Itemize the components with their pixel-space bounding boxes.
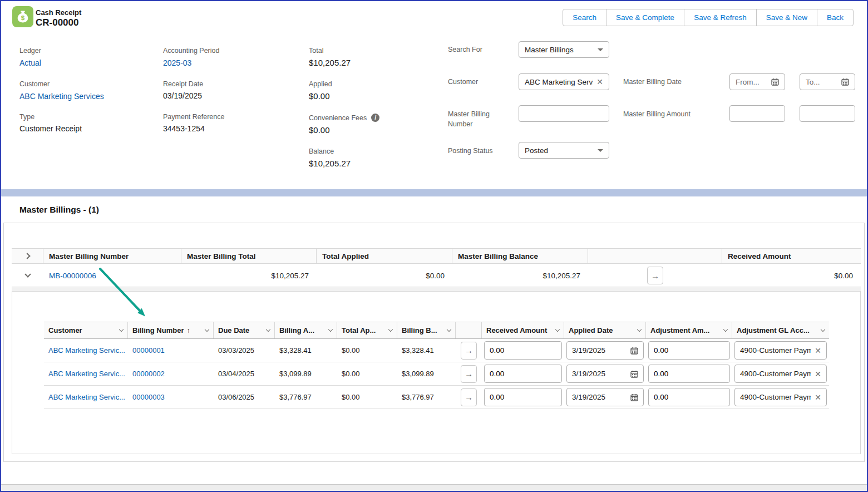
accounting-period-link[interactable]: 2025-03 xyxy=(163,58,191,67)
master-billing-row: MB-00000006 $10,205.27 $0.00 $10,205.27 … xyxy=(12,264,861,287)
chevron-down-icon[interactable] xyxy=(637,327,642,332)
collapse-row-cell[interactable] xyxy=(12,264,43,287)
received-amount-input-box xyxy=(484,365,562,383)
received-amount-input[interactable] xyxy=(490,393,556,401)
master-billing-number-link[interactable]: MB-00000006 xyxy=(49,272,96,280)
master-billing-date-label: Master Billing Date xyxy=(623,77,682,87)
received-amount-input-box xyxy=(484,341,562,360)
col-billing-balance[interactable]: Billing B... xyxy=(397,322,456,338)
posting-status-label: Posting Status xyxy=(448,146,493,156)
apply-arrow-button[interactable]: → xyxy=(461,342,477,360)
applied-date-input-box: 3/19/2025 xyxy=(566,341,644,360)
calendar-icon[interactable] xyxy=(630,347,638,355)
amount-to-box xyxy=(800,105,855,122)
col-blank xyxy=(588,249,722,263)
apply-arrow-button[interactable]: → xyxy=(461,365,477,383)
posting-status-dropdown[interactable]: Posted xyxy=(519,142,609,159)
bottom-scrollbar-strip[interactable] xyxy=(1,484,867,491)
info-icon[interactable]: i xyxy=(371,114,379,122)
billing-balance-value: $3,099.89 xyxy=(397,362,456,385)
chevron-down-icon[interactable] xyxy=(266,327,270,332)
total-applied-value: $0.00 xyxy=(317,264,452,287)
ledger-link[interactable]: Actual xyxy=(19,58,41,67)
master-billing-total-value: $10,205.27 xyxy=(181,264,317,287)
col-master-billing-total: Master Billing Total xyxy=(181,249,317,263)
received-amount-value: $0.00 xyxy=(722,264,861,287)
calendar-icon[interactable] xyxy=(630,393,638,401)
col-applied-date[interactable]: Applied Date xyxy=(564,322,646,338)
chevron-down-icon[interactable] xyxy=(447,327,451,332)
col-adjustment-amount[interactable]: Adjustment Am... xyxy=(646,322,732,338)
col-billing-number[interactable]: Billing Number↑ xyxy=(128,322,214,338)
adjustment-amount-input[interactable] xyxy=(654,370,724,378)
clear-icon[interactable]: ✕ xyxy=(596,77,603,86)
col-due-date[interactable]: Due Date xyxy=(214,322,275,338)
caret-down-icon xyxy=(598,48,603,51)
calendar-icon[interactable] xyxy=(771,78,779,86)
col-customer[interactable]: Customer xyxy=(44,322,128,338)
sort-ascending-icon: ↑ xyxy=(186,327,190,334)
section-divider xyxy=(1,189,867,196)
billing-number-link[interactable]: 00000002 xyxy=(132,370,165,378)
chevron-down-icon[interactable] xyxy=(205,327,209,332)
save-refresh-button[interactable]: Save & Refresh xyxy=(684,9,757,26)
calendar-icon[interactable] xyxy=(630,370,638,378)
back-button[interactable]: Back xyxy=(817,9,854,26)
field-total: Total $10,205.27 xyxy=(309,47,351,67)
col-total-applied[interactable]: Total Ap... xyxy=(337,322,397,338)
col-adjustment-gl-account[interactable]: Adjustment GL Acc... xyxy=(732,322,829,338)
date-to-input[interactable] xyxy=(806,78,838,86)
billing-customer-link[interactable]: ABC Marketing Servic... xyxy=(48,393,125,401)
billings-table: Customer Billing Number↑ Due Date Billin… xyxy=(44,322,829,409)
billing-number-link[interactable]: 00000003 xyxy=(132,393,165,401)
search-customer-lookup[interactable]: ABC Marketing Servi ✕ xyxy=(519,73,609,90)
col-received-amount[interactable]: Received Amount xyxy=(482,322,564,338)
col-total-applied: Total Applied xyxy=(317,249,452,263)
adjustment-gl-account-lookup: 4900-Customer Paym✕ xyxy=(734,388,827,406)
chevron-down-icon[interactable] xyxy=(119,327,124,332)
billing-number-link[interactable]: 00000001 xyxy=(132,346,165,355)
section-title: Master Billings - (1) xyxy=(19,205,99,215)
col-master-billing-number: Master Billing Number xyxy=(43,249,181,263)
caret-down-icon xyxy=(598,149,603,152)
billing-row: ABC Marketing Servic... 00000001 03/03/2… xyxy=(44,339,829,362)
billing-balance-value: $3,776.97 xyxy=(397,386,456,409)
billing-customer-link[interactable]: ABC Marketing Servic... xyxy=(48,370,125,378)
chevron-down-icon[interactable] xyxy=(723,327,728,332)
chevron-down-icon[interactable] xyxy=(388,327,393,332)
date-from-input[interactable] xyxy=(736,78,768,86)
date-to-box xyxy=(800,73,855,90)
chevron-down-icon[interactable] xyxy=(555,327,560,332)
adjustment-gl-account-lookup: 4900-Customer Paym✕ xyxy=(734,365,827,383)
clear-icon[interactable]: ✕ xyxy=(815,393,821,402)
applied-date-input-box: 3/19/2025 xyxy=(566,388,644,406)
expand-all-cell[interactable] xyxy=(12,249,43,263)
received-amount-input[interactable] xyxy=(490,370,556,378)
amount-to-input[interactable] xyxy=(806,110,849,118)
col-billing-amount[interactable]: Billing A... xyxy=(275,322,337,338)
due-date-value: 03/06/2025 xyxy=(214,386,275,409)
adjustment-amount-input[interactable] xyxy=(654,346,724,355)
received-amount-input[interactable] xyxy=(490,346,556,355)
master-billing-number-input[interactable] xyxy=(525,110,603,118)
billing-customer-link[interactable]: ABC Marketing Servic... xyxy=(48,346,125,355)
apply-arrow-button[interactable]: → xyxy=(461,388,477,406)
calendar-icon[interactable] xyxy=(841,78,849,86)
amount-from-input[interactable] xyxy=(736,110,779,118)
clear-icon[interactable]: ✕ xyxy=(815,370,821,378)
chevron-down-icon[interactable] xyxy=(328,327,333,332)
adjustment-amount-input[interactable] xyxy=(654,393,724,401)
customer-link[interactable]: ABC Marketing Services xyxy=(19,92,104,101)
search-for-dropdown[interactable]: Master Billings xyxy=(519,41,609,58)
field-applied: Applied $0.00 xyxy=(309,80,332,101)
save-new-button[interactable]: Save & New xyxy=(756,9,817,26)
field-ledger: Ledger Actual xyxy=(19,47,41,68)
chevron-down-icon[interactable] xyxy=(821,327,825,332)
record-name: CR-00000 xyxy=(36,17,79,28)
search-button[interactable]: Search xyxy=(563,9,606,26)
apply-arrow-button[interactable]: → xyxy=(647,267,663,284)
billing-amount-value: $3,099.89 xyxy=(275,362,337,385)
clear-icon[interactable]: ✕ xyxy=(815,346,821,355)
save-complete-button[interactable]: Save & Complete xyxy=(606,9,684,26)
record-type-label: Cash Receipt xyxy=(36,8,81,17)
